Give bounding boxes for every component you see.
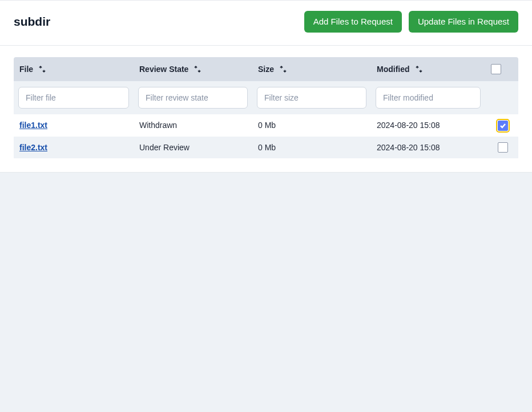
table-row: file2.txt Under Review 0 Mb 2024-08-20 1… bbox=[14, 137, 518, 158]
cell-size: 0 Mb bbox=[252, 137, 371, 158]
update-files-button[interactable]: Update Files in Request bbox=[409, 11, 518, 33]
files-table: File Review State bbox=[14, 57, 518, 158]
row-checkbox[interactable] bbox=[498, 142, 508, 153]
filter-file-input[interactable] bbox=[18, 87, 129, 109]
table-header-row: File Review State bbox=[14, 57, 518, 81]
cell-review-state: Under Review bbox=[134, 137, 252, 158]
sort-icon bbox=[416, 66, 422, 73]
col-header-size[interactable]: Size bbox=[252, 57, 371, 81]
add-files-button[interactable]: Add Files to Request bbox=[304, 11, 402, 33]
page-title: subdir bbox=[14, 15, 50, 29]
select-all-checkbox[interactable] bbox=[491, 64, 501, 74]
row-checkbox[interactable] bbox=[498, 121, 508, 131]
filter-modified-input[interactable] bbox=[376, 87, 481, 109]
sort-icon bbox=[39, 66, 46, 73]
col-header-file-label: File bbox=[19, 65, 33, 74]
table-body: file1.txt Withdrawn 0 Mb 2024-08-20 15:0… bbox=[14, 114, 518, 158]
cell-modified: 2024-08-20 15:08 bbox=[371, 137, 485, 158]
sort-icon bbox=[280, 66, 287, 73]
table-row: file1.txt Withdrawn 0 Mb 2024-08-20 15:0… bbox=[14, 114, 518, 136]
cell-review-state: Withdrawn bbox=[134, 114, 252, 136]
filter-review-state-input[interactable] bbox=[138, 87, 248, 109]
cell-modified: 2024-08-20 15:08 bbox=[371, 114, 485, 136]
file-link[interactable]: file1.txt bbox=[19, 121, 47, 130]
col-header-size-label: Size bbox=[258, 65, 274, 74]
col-header-file[interactable]: File bbox=[14, 57, 134, 81]
table-filter-row bbox=[14, 81, 518, 114]
page-container: subdir Add Files to Request Update Files… bbox=[0, 0, 532, 173]
sort-icon bbox=[194, 66, 201, 73]
col-header-review-state[interactable]: Review State bbox=[134, 57, 252, 81]
table-container: File Review State bbox=[0, 46, 532, 172]
header-actions: Add Files to Request Update Files in Req… bbox=[304, 11, 518, 33]
col-header-select bbox=[485, 57, 518, 81]
cell-size: 0 Mb bbox=[252, 114, 371, 136]
col-header-review-state-label: Review State bbox=[139, 65, 188, 74]
file-link[interactable]: file2.txt bbox=[19, 143, 47, 152]
col-header-modified[interactable]: Modified bbox=[371, 57, 485, 81]
page-header: subdir Add Files to Request Update Files… bbox=[0, 1, 532, 46]
filter-size-input[interactable] bbox=[257, 87, 366, 109]
col-header-modified-label: Modified bbox=[377, 65, 410, 74]
